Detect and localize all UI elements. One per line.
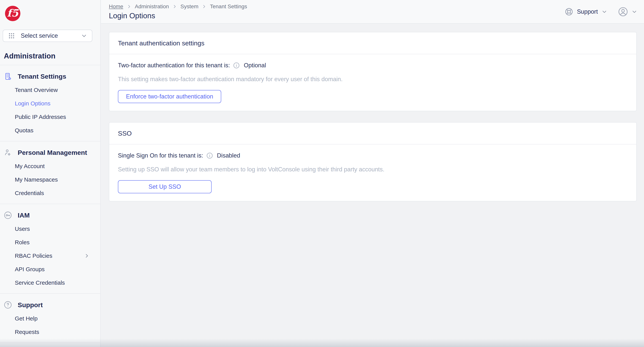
- key-icon: [4, 211, 12, 219]
- select-service-label: Select service: [21, 32, 58, 39]
- chevron-down-icon: [81, 33, 87, 39]
- chevron-down-icon: [632, 9, 637, 14]
- section-header-iam[interactable]: IAM: [4, 212, 90, 219]
- chevron-down-icon: [602, 9, 607, 14]
- sidebar-item-my-account[interactable]: My Account: [15, 160, 90, 173]
- sidebar: f5 Select service Administration: [0, 0, 100, 347]
- card-title: SSO: [109, 122, 636, 144]
- nav-section-personal-management: Personal Management My Account My Namesp…: [0, 141, 100, 204]
- two-factor-status-row: Two-factor authentication for this tenan…: [118, 62, 628, 69]
- life-buoy-icon: [564, 7, 574, 16]
- support-menu[interactable]: Support: [564, 7, 607, 16]
- sidebar-item-login-options[interactable]: Login Options: [15, 97, 90, 110]
- product-title: Administration: [4, 52, 96, 60]
- tenant-settings-icon: [4, 72, 12, 80]
- page-title: Login Options: [109, 12, 247, 20]
- nav-item-label: Credentials: [15, 190, 44, 196]
- support-menu-label: Support: [577, 8, 598, 15]
- two-factor-status-label: Two-factor authentication for this tenan…: [118, 62, 230, 69]
- sidebar-item-my-namespaces[interactable]: My Namespaces: [15, 173, 90, 186]
- top-header: Home Administration System Tenant Settin…: [101, 0, 644, 24]
- chevron-right-icon: [202, 4, 206, 9]
- sso-status-value: Disabled: [217, 152, 240, 160]
- breadcrumb-home[interactable]: Home: [109, 4, 123, 10]
- sidebar-item-users[interactable]: Users: [15, 222, 90, 236]
- nav-item-label: Quotas: [15, 127, 34, 134]
- nav-item-label: My Account: [15, 163, 45, 170]
- sidebar-nav: Tenant Settings Tenant Overview Login Op…: [0, 65, 100, 343]
- card-title: Tenant authentication settings: [109, 32, 636, 54]
- sidebar-item-quotas[interactable]: Quotas: [15, 124, 90, 137]
- info-icon[interactable]: [206, 152, 213, 159]
- nav-item-label: API Groups: [15, 266, 45, 272]
- main-content: Tenant authentication settings Two-facto…: [101, 24, 644, 347]
- sso-status-row: Single Sign On for this tenant is: Disab…: [118, 152, 628, 160]
- sidebar-item-get-help[interactable]: Get Help: [15, 312, 90, 325]
- section-label: Tenant Settings: [18, 73, 66, 80]
- nav-item-label: Tenant Overview: [15, 87, 58, 93]
- card-body: Single Sign On for this tenant is: Disab…: [109, 144, 636, 201]
- sso-description: Setting up SSO will allow your team memb…: [118, 166, 628, 173]
- nav-section-tenant-settings: Tenant Settings Tenant Overview Login Op…: [0, 65, 100, 141]
- section-label: IAM: [18, 212, 30, 219]
- select-service-dropdown[interactable]: Select service: [3, 30, 92, 42]
- nav-item-label: Public IP Addresses: [15, 114, 66, 120]
- header-right: Support: [564, 7, 637, 16]
- breadcrumb-system[interactable]: System: [180, 4, 198, 10]
- chevron-right-icon: [84, 253, 90, 258]
- sidebar-item-tenant-overview[interactable]: Tenant Overview: [15, 83, 90, 97]
- grid-icon: [8, 32, 15, 39]
- sidebar-item-public-ip-addresses[interactable]: Public IP Addresses: [15, 110, 90, 124]
- user-menu[interactable]: [618, 7, 637, 16]
- sidebar-item-requests[interactable]: Requests: [15, 325, 90, 339]
- info-icon[interactable]: [233, 62, 240, 69]
- nav-item-label: My Namespaces: [15, 176, 58, 183]
- sidebar-item-roles[interactable]: Roles: [15, 236, 90, 249]
- nav-item-label: Roles: [15, 239, 30, 246]
- nav-item-label: Login Options: [15, 100, 50, 107]
- nav-item-label: RBAC Policies: [15, 252, 52, 259]
- nav-item-label: Requests: [15, 329, 39, 335]
- header-left: Home Administration System Tenant Settin…: [109, 4, 247, 20]
- sso-status-label: Single Sign On for this tenant is:: [118, 152, 203, 160]
- user-avatar-icon: [618, 7, 628, 16]
- nav-section-support: Support Get Help Requests: [0, 293, 100, 343]
- card-sso: SSO Single Sign On for this tenant is: D…: [109, 122, 637, 202]
- sidebar-item-service-credentials[interactable]: Service Credentials: [15, 276, 90, 290]
- help-icon: [4, 301, 12, 309]
- section-header-personal-management[interactable]: Personal Management: [4, 149, 90, 156]
- nav-item-label: Users: [15, 226, 30, 232]
- section-label: Personal Management: [18, 149, 87, 156]
- person-gear-icon: [4, 148, 12, 156]
- card-tenant-authentication: Tenant authentication settings Two-facto…: [109, 32, 637, 111]
- sidebar-item-api-groups[interactable]: API Groups: [15, 262, 90, 276]
- enforce-two-factor-button[interactable]: Enforce two-factor authentication: [118, 90, 221, 103]
- f5-logo: f5: [5, 6, 20, 21]
- sidebar-item-rbac-policies[interactable]: RBAC Policies: [15, 249, 90, 262]
- set-up-sso-button[interactable]: Set Up SSO: [118, 180, 212, 193]
- sidebar-item-credentials[interactable]: Credentials: [15, 186, 90, 200]
- section-header-support[interactable]: Support: [4, 301, 90, 309]
- breadcrumb-tenant-settings: Tenant Settings: [210, 4, 247, 10]
- breadcrumb-administration[interactable]: Administration: [135, 4, 169, 10]
- chevron-right-icon: [172, 4, 177, 9]
- breadcrumb: Home Administration System Tenant Settin…: [109, 4, 247, 10]
- nav-item-label: Service Credentials: [15, 280, 65, 286]
- section-header-tenant-settings[interactable]: Tenant Settings: [4, 72, 90, 80]
- two-factor-status-value: Optional: [244, 62, 266, 69]
- nav-item-label: Get Help: [15, 315, 38, 322]
- nav-section-iam: IAM Users Roles RBAC Policies API Groups: [0, 204, 100, 293]
- section-label: Support: [18, 301, 43, 309]
- two-factor-description: This setting makes two-factor authentica…: [118, 76, 628, 83]
- chevron-right-icon: [127, 4, 132, 9]
- card-body: Two-factor authentication for this tenan…: [109, 54, 636, 111]
